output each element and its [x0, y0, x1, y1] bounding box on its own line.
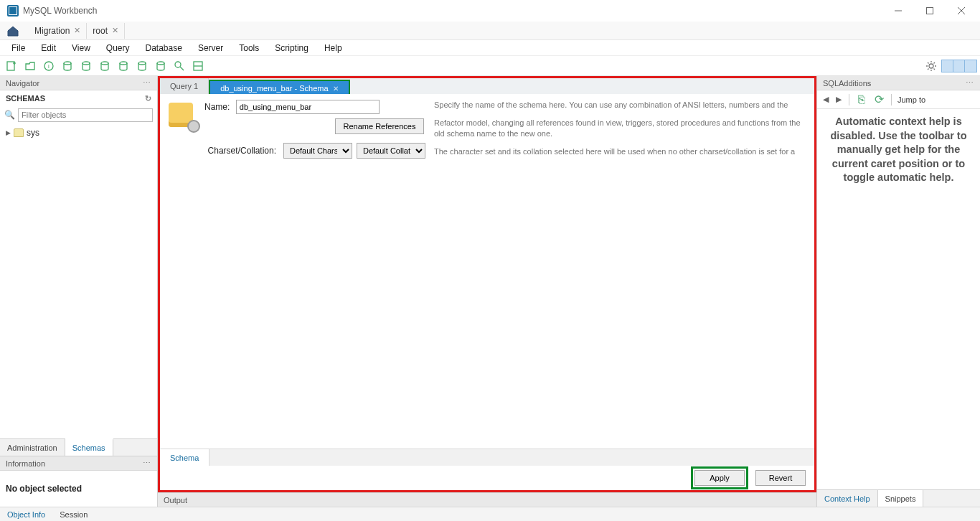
tab-migration[interactable]: Migration ✕ [29, 23, 87, 39]
db-icon[interactable] [96, 58, 113, 74]
filter-objects-input[interactable] [18, 108, 153, 122]
tab-object-info[interactable]: Object Info [0, 507, 52, 521]
menu-view[interactable]: View [65, 42, 98, 55]
forward-icon[interactable]: ▶ [834, 95, 843, 104]
collation-select[interactable]: Default Collation [357, 143, 425, 159]
menu-query[interactable]: Query [99, 42, 137, 55]
panel-toggle[interactable] [941, 60, 977, 72]
schema-tree[interactable]: ▶ sys [0, 123, 157, 438]
database-icon [14, 128, 24, 137]
db-icon[interactable] [77, 58, 95, 74]
connection-tabs: Migration ✕ root ✕ [0, 22, 980, 40]
gear-icon[interactable] [923, 58, 940, 74]
charset-label: Charset/Collation: [204, 146, 279, 156]
refresh-icon[interactable]: ↻ [145, 94, 151, 103]
information-header: Information ⋯ [0, 456, 157, 471]
panel-menu-icon[interactable]: ⋯ [143, 78, 151, 88]
svg-point-14 [157, 62, 164, 65]
navigator-title: Navigator [6, 79, 39, 88]
information-body: No object selected [0, 471, 157, 507]
name-label: Name: [204, 102, 232, 112]
toolbar: i [0, 56, 980, 76]
svg-point-11 [101, 62, 108, 65]
db-icon[interactable] [59, 58, 76, 74]
information-title: Information [6, 459, 45, 468]
tree-node-sys[interactable]: ▶ sys [3, 126, 154, 139]
close-icon[interactable]: ✕ [74, 26, 80, 35]
menu-edit[interactable]: Edit [34, 42, 63, 55]
new-sql-tab-icon[interactable] [3, 58, 20, 74]
open-sql-icon[interactable] [22, 58, 39, 74]
svg-point-12 [120, 62, 127, 65]
svg-text:i: i [48, 63, 50, 70]
dashboard-icon[interactable] [189, 58, 207, 74]
editor-tab-query1[interactable]: Query 1 [160, 78, 209, 94]
tab-schemas[interactable]: Schemas [65, 438, 113, 456]
db-icon[interactable] [133, 58, 151, 74]
output-header: Output [158, 492, 816, 507]
close-icon[interactable]: ✕ [333, 85, 339, 93]
charset-description: The character set and its collation sele… [434, 146, 804, 157]
back-icon[interactable]: ◀ [821, 95, 830, 104]
status-bar: Object Info Session [0, 507, 980, 521]
subtab-schema[interactable]: Schema [160, 449, 209, 466]
charset-select[interactable]: Default Charset [283, 143, 352, 159]
menu-database[interactable]: Database [138, 42, 189, 55]
sqladditions-header: SQLAdditions ⋯ [817, 76, 980, 90]
maximize-button[interactable] [914, 0, 946, 22]
editor-tab-label: db_using_menu_bar - Schema [220, 84, 328, 93]
svg-line-16 [180, 67, 184, 70]
app-title: MySQL Workbench [23, 6, 97, 16]
search-icon: 🔍 [4, 110, 15, 120]
titlebar: MySQL Workbench [0, 0, 980, 22]
help-icon[interactable]: ⎘ [855, 93, 868, 106]
close-button[interactable] [946, 0, 977, 22]
tab-label: Migration [34, 26, 70, 36]
db-icon[interactable] [115, 58, 132, 74]
svg-rect-1 [927, 8, 933, 14]
auto-help-icon[interactable]: ⟳ [872, 93, 885, 106]
tab-administration[interactable]: Administration [0, 439, 65, 456]
rename-references-button[interactable]: Rename References [335, 118, 424, 134]
editor-tabs: Query 1 db_using_menu_bar - Schema ✕ [160, 78, 814, 94]
editor-tab-schema[interactable]: db_using_menu_bar - Schema ✕ [209, 80, 349, 95]
tab-root[interactable]: root ✕ [87, 23, 125, 39]
editor-area: Query 1 db_using_menu_bar - Schema ✕ Nam… [158, 76, 816, 507]
expand-icon[interactable]: ▶ [6, 129, 11, 136]
panel-menu-icon[interactable]: ⋯ [966, 78, 974, 88]
apply-button[interactable]: Apply [694, 470, 745, 486]
schemas-label: SCHEMAS [6, 94, 45, 103]
svg-point-9 [64, 62, 71, 65]
menu-file[interactable]: File [4, 42, 32, 55]
jump-to-label[interactable]: Jump to [897, 95, 925, 104]
tab-snippets[interactable]: Snippets [878, 490, 924, 507]
inspector-icon[interactable]: i [40, 58, 57, 74]
menubar: File Edit View Query Database Server Too… [0, 40, 980, 56]
navigator-header: Navigator ⋯ [0, 76, 157, 90]
schema-name-row: Name: [204, 100, 425, 114]
navigator-panel: Navigator ⋯ SCHEMAS ↻ 🔍 ▶ sys Administra… [0, 76, 158, 507]
minimize-button[interactable] [882, 0, 914, 22]
sql-additions-panel: SQLAdditions ⋯ ◀ ▶ ⎘ ⟳ Jump to Automatic… [816, 76, 980, 507]
tab-label: root [93, 26, 108, 36]
schema-name-input[interactable] [236, 100, 380, 114]
close-icon[interactable]: ✕ [112, 26, 118, 35]
menu-server[interactable]: Server [191, 42, 230, 55]
home-icon[interactable] [4, 23, 22, 39]
context-help-text: Automatic context help is disabled. Use … [817, 109, 980, 489]
name-description: Specify the name of the schema here. You… [434, 100, 804, 111]
menu-tools[interactable]: Tools [232, 42, 266, 55]
panel-menu-icon[interactable]: ⋯ [143, 459, 151, 468]
menu-help[interactable]: Help [317, 42, 349, 55]
rename-description: Refactor model, changing all references … [434, 118, 804, 139]
editor-tab-label: Query 1 [170, 82, 198, 90]
menu-scripting[interactable]: Scripting [268, 42, 316, 55]
tab-context-help[interactable]: Context Help [817, 490, 878, 507]
svg-point-10 [83, 62, 90, 65]
svg-point-13 [138, 62, 146, 65]
db-icon[interactable] [152, 58, 169, 74]
revert-button[interactable]: Revert [755, 470, 806, 486]
tab-session[interactable]: Session [52, 507, 95, 521]
svg-point-19 [929, 64, 933, 68]
search-icon[interactable] [171, 58, 188, 74]
